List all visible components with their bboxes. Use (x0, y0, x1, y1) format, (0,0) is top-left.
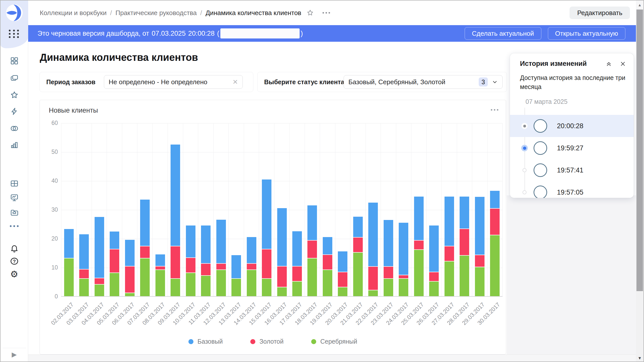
status-filter-select[interactable]: Базовый, Серебряный, Золотой 3 (344, 75, 503, 89)
edit-button[interactable]: Редактировать (570, 7, 630, 19)
bar-segment[interactable] (460, 197, 469, 229)
favorite-star-icon[interactable] (306, 9, 314, 17)
stacked-bar[interactable] (140, 200, 150, 296)
stacked-bar[interactable] (247, 237, 256, 296)
bar-segment[interactable] (125, 293, 135, 296)
charts-icon[interactable] (10, 140, 19, 149)
bar-segment[interactable] (140, 200, 150, 246)
bar-segment[interactable] (475, 197, 485, 255)
notifications-icon[interactable] (10, 243, 19, 253)
monitoring-icon[interactable] (10, 193, 19, 202)
history-item[interactable]: 19:57:41 (510, 159, 634, 181)
stacked-bar[interactable] (475, 197, 485, 296)
bar-segment[interactable] (79, 279, 89, 296)
bar-segment[interactable] (277, 208, 287, 266)
scrollbar-thumb[interactable] (636, 10, 643, 291)
bar-segment[interactable] (414, 197, 424, 240)
bar-segment[interactable] (445, 246, 454, 261)
logo-block[interactable] (1, 1, 28, 25)
stacked-bar[interactable] (186, 225, 195, 296)
collections-icon[interactable] (10, 73, 19, 83)
stacked-bar[interactable] (292, 231, 302, 296)
bar-segment[interactable] (95, 217, 104, 278)
stacked-bar[interactable] (460, 197, 469, 296)
bar-segment[interactable] (353, 253, 363, 296)
history-item[interactable]: 19:57:05 (510, 181, 634, 198)
bar-segment[interactable] (125, 266, 135, 293)
bar-segment[interactable] (155, 270, 165, 296)
stacked-bar[interactable] (95, 217, 104, 296)
stacked-bar[interactable] (64, 229, 74, 296)
bar-segment[interactable] (490, 235, 500, 296)
bar-segment[interactable] (201, 225, 211, 263)
bar-segment[interactable] (323, 255, 332, 269)
stacked-bar[interactable] (429, 225, 439, 296)
bar-segment[interactable] (262, 179, 271, 249)
bar-segment[interactable] (399, 223, 408, 275)
bar-segment[interactable] (201, 276, 211, 296)
bar-segment[interactable] (475, 255, 485, 267)
history-item[interactable]: 20:00:28 (510, 115, 634, 137)
bar-segment[interactable] (186, 273, 195, 296)
stacked-bar[interactable] (110, 232, 119, 296)
bar-segment[interactable] (292, 231, 302, 266)
bar-segment[interactable] (460, 256, 469, 296)
period-filter-input[interactable]: Не определено - Не определено ✕ (104, 75, 243, 89)
bar-segment[interactable] (186, 258, 195, 273)
stacked-bar[interactable] (368, 203, 378, 296)
stacked-bar[interactable] (277, 208, 287, 296)
stacked-bar[interactable] (155, 254, 165, 296)
more-icon[interactable] (10, 221, 19, 231)
scroll-down-icon[interactable]: ▼ (636, 356, 643, 360)
bar-segment[interactable] (368, 267, 378, 290)
bar-segment[interactable] (292, 266, 302, 281)
stacked-bar[interactable] (125, 240, 135, 296)
bar-segment[interactable] (429, 225, 439, 272)
bar-segment[interactable] (110, 249, 119, 273)
bar-segment[interactable] (201, 264, 211, 275)
bar-segment[interactable] (460, 229, 469, 255)
bar-segment[interactable] (64, 229, 74, 258)
legend-item[interactable]: Серебряный (311, 338, 357, 345)
bar-segment[interactable] (216, 264, 226, 269)
history-item[interactable]: 19:59:27 (510, 137, 634, 159)
bar-segment[interactable] (353, 238, 363, 252)
bar-segment[interactable] (338, 251, 347, 272)
stacked-bar[interactable] (171, 145, 180, 296)
legend-item[interactable]: Базовый (188, 338, 223, 345)
bar-segment[interactable] (490, 191, 500, 208)
stacked-bar[interactable] (399, 223, 408, 296)
stacked-bar[interactable] (490, 191, 500, 296)
scrollbar[interactable]: ▲ ▼ (636, 1, 643, 361)
dashboards-icon[interactable] (10, 56, 19, 66)
open-actual-button[interactable]: Открыть актуальную (548, 27, 625, 40)
stacked-bar[interactable] (216, 220, 226, 296)
make-actual-button[interactable]: Сделать актуальной (465, 27, 541, 40)
bar-segment[interactable] (262, 249, 271, 278)
bar-segment[interactable] (95, 278, 104, 284)
breadcrumb-guides[interactable]: Практические руководства (115, 9, 197, 17)
bar-segment[interactable] (429, 282, 439, 296)
bar-segment[interactable] (171, 145, 180, 246)
more-actions-icon[interactable] (323, 12, 330, 14)
bar-segment[interactable] (277, 266, 287, 287)
relations-icon[interactable] (10, 124, 19, 133)
bar-segment[interactable] (414, 250, 424, 296)
bar-segment[interactable] (95, 285, 104, 296)
tables-icon[interactable] (10, 179, 19, 188)
bar-segment[interactable] (247, 264, 256, 269)
bar-segment[interactable] (110, 273, 119, 296)
favorites-icon[interactable] (10, 90, 19, 100)
stacked-bar[interactable] (353, 217, 363, 296)
bar-segment[interactable] (368, 203, 378, 266)
bar-segment[interactable] (186, 225, 195, 257)
bar-segment[interactable] (353, 217, 363, 237)
stacked-bar[interactable] (231, 255, 241, 296)
bar-segment[interactable] (338, 287, 347, 296)
bar-segment[interactable] (110, 232, 119, 249)
bar-segment[interactable] (399, 279, 408, 296)
apps-grid-icon[interactable] (9, 30, 20, 38)
cloud-storage-icon[interactable] (10, 208, 19, 217)
stacked-bar[interactable] (338, 251, 347, 296)
bar-segment[interactable] (399, 275, 408, 278)
